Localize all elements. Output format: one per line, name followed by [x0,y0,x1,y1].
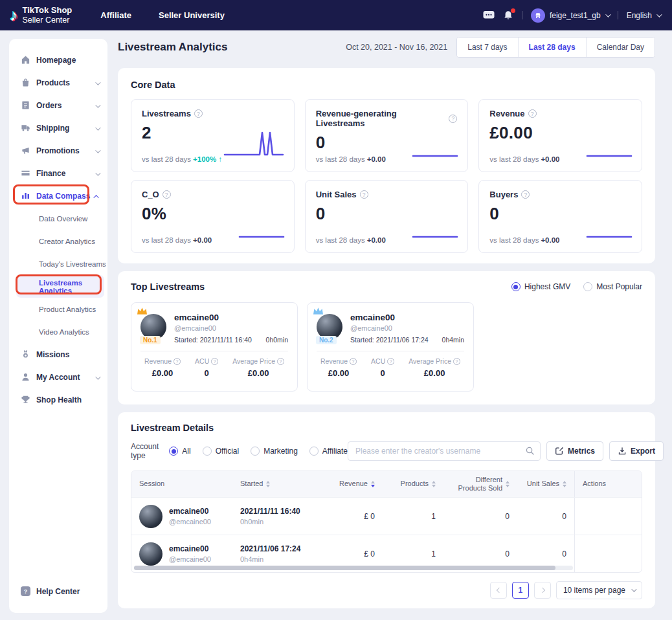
chevron-down-icon [95,78,99,87]
radio-affiliate[interactable]: Affiliate [309,447,348,456]
sort-icon[interactable] [563,481,566,487]
stat-value: £0.00 [320,368,357,378]
tiktok-shop-logo[interactable]: ♪ TikTok Shop Seller Center [0,5,72,25]
products-bag-icon [21,78,30,87]
subitem-label: Data Overview [39,215,87,223]
radio-marketing[interactable]: Marketing [251,447,298,456]
language-selector[interactable]: English [627,11,660,20]
sidebar-subitem-livestreams-analytics[interactable]: Livestreams Analytics [16,275,104,298]
sidebar-item-orders[interactable]: Orders [9,94,107,116]
help-center-label: Help Center [36,587,80,596]
help-tooltip-icon[interactable]: ? [528,109,537,118]
sidebar-subitem-video-analytics[interactable]: Video Analytics [9,320,107,343]
next-page-button[interactable] [534,582,551,599]
stat-card-unit-sales: Unit Sales? 0 vs last 28 days+0.00 [305,180,469,253]
sidebar-item-shipping[interactable]: Shipping [9,116,107,139]
column-header-revenue[interactable]: Revenue [323,471,383,497]
sort-icon-active[interactable] [371,481,375,487]
help-tooltip-icon[interactable]: ? [350,358,357,365]
nav-link-affiliate[interactable]: Affiliate [100,10,131,20]
column-header-products[interactable]: Products [383,471,443,497]
stat-value: £0.00 [232,368,284,378]
stat-card-revenue-generating: Revenue-generating Livestreams? 0 vs las… [305,99,469,172]
stat-title: Revenue-generating Livestreams [316,109,446,128]
help-tooltip-icon[interactable]: ? [449,115,457,123]
column-header-unit-sales[interactable]: Unit Sales [517,471,574,497]
current-page-button[interactable]: 1 [512,582,529,599]
sidebar-item-homepage[interactable]: Homepage [9,49,107,71]
delta-value: +100% [193,155,216,163]
prev-page-button[interactable] [490,582,507,599]
sidebar-item-products[interactable]: Products [9,71,107,94]
divider [140,351,288,351]
top-livestream-card-2[interactable]: No.2 emcaine00 @emcaine00 Started: 2021/… [307,302,474,392]
radio-highest-gmv[interactable]: Highest GMV [511,282,570,291]
sidebar-subitem-todays-livestreams[interactable]: Today's Livestreams [9,252,107,275]
help-tooltip-icon[interactable]: ? [360,190,368,199]
sort-icon[interactable] [506,481,510,487]
search-icon[interactable] [525,446,535,458]
messages-icon[interactable] [483,10,495,20]
divider [522,11,522,19]
scrollbar-thumb[interactable] [134,566,555,570]
column-header-started[interactable]: Started [232,471,323,497]
export-button[interactable]: Export [609,441,664,461]
radio-official[interactable]: Official [203,447,239,456]
help-tooltip-icon[interactable]: ? [211,358,218,365]
sort-icon[interactable] [432,481,436,487]
column-header-different-products-sold[interactable]: Different Products Sold [443,471,517,497]
help-tooltip-icon[interactable]: ? [174,358,181,365]
sparkline-chart [586,230,633,242]
top-livestream-cards: No.1 emcaine00 @emcaine00 Started: 2021/… [131,302,642,392]
date-controls: Oct 20, 2021 - Nov 16, 2021 Last 7 days … [346,37,655,58]
help-tooltip-icon[interactable]: ? [277,358,284,365]
sidebar-subitem-data-overview[interactable]: Data Overview [9,207,107,230]
sidebar-item-missions[interactable]: Missions [9,343,107,366]
stat-label: ACU [371,357,385,365]
top-livestream-card-1[interactable]: No.1 emcaine00 @emcaine00 Started: 2021/… [131,302,298,392]
creator-handle: @emcaine00 [169,555,211,563]
sidebar-subitem-product-analytics[interactable]: Product Analytics [9,298,107,320]
stat-card-co: C_O? 0% vs last 28 days+0.00 [131,180,295,253]
notifications-bell-icon[interactable] [503,10,513,21]
radio-most-popular[interactable]: Most Popular [583,282,642,291]
stat-title: Revenue [489,109,524,118]
core-data-cards: Livestreams? 2 vs last 28 days+100% ↑ Re… [131,99,642,253]
livestream-details-title: Livestream Details [131,423,642,433]
logo-line2: Seller Center [23,16,70,25]
help-tooltip-icon[interactable]: ? [194,109,203,118]
top-livestreams-title: Top Livestreams [131,282,205,292]
metrics-button[interactable]: Metrics [546,441,603,461]
horizontal-scrollbar[interactable] [134,566,573,570]
radio-all[interactable]: All [169,447,190,456]
sidebar-subitem-creator-analytics[interactable]: Creator Analytics [9,230,107,252]
finance-card-icon [21,168,30,178]
delta-value: +0.00 [541,236,559,244]
help-tooltip-icon[interactable]: ? [453,358,460,365]
help-tooltip-icon[interactable]: ? [387,358,394,365]
language-label: English [627,11,652,20]
delta-up-arrow: ↑ [218,155,222,163]
help-tooltip-icon[interactable]: ? [521,190,530,199]
user-menu[interactable]: feige_test1_gb [531,8,609,23]
sidebar-item-promotions[interactable]: Promotions [9,139,107,162]
help-tooltip-icon[interactable]: ? [162,190,171,199]
sidebar-item-finance[interactable]: Finance [9,162,107,184]
sort-icon[interactable] [266,481,270,487]
sidebar-item-my-account[interactable]: My Account [9,366,107,388]
compare-label: vs last 28 days [316,236,365,244]
creator-search-input[interactable] [348,441,541,461]
last-7-days-button[interactable]: Last 7 days [457,38,517,57]
help-center-link[interactable]: ? Help Center [21,586,80,596]
nav-link-seller-university[interactable]: Seller University [159,10,225,20]
calendar-day-button[interactable]: Calendar Day [586,38,655,57]
table-row[interactable]: emcaine00@emcaine00 2021/11/11 16:400h0m… [131,497,642,535]
sort-radio-group: Highest GMV Most Popular [511,282,642,291]
sidebar-item-data-compass[interactable]: Data Compass [9,184,107,207]
sidebar-item-shop-health[interactable]: Shop Health [9,388,107,411]
sidebar-item-label: Homepage [36,56,76,65]
duration-label: 0h4min [442,336,464,344]
last-28-days-button[interactable]: Last 28 days [518,38,586,57]
stat-value: 0 [371,368,394,378]
page-size-select[interactable]: 10 items per page [556,581,642,599]
